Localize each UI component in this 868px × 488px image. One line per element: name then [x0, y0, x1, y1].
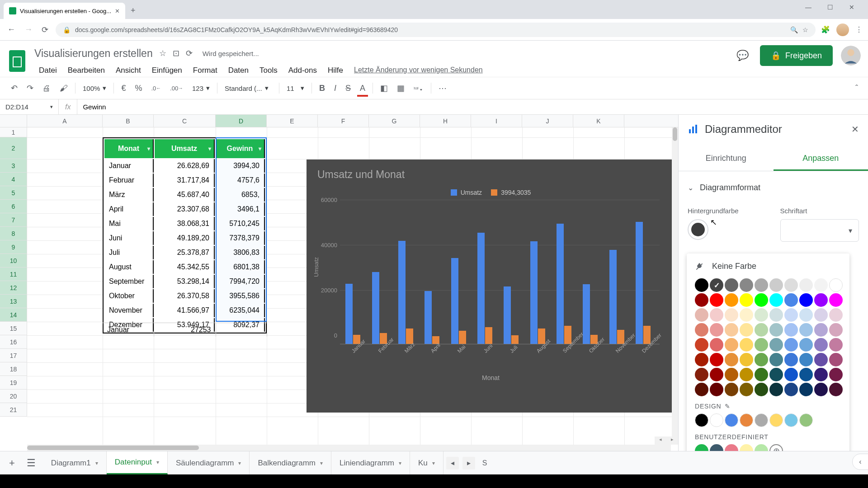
color-swatch[interactable]	[725, 293, 738, 307]
color-swatch[interactable]	[799, 278, 813, 292]
undo-icon[interactable]: ↶	[7, 80, 21, 96]
row-header[interactable]: 19	[0, 376, 27, 389]
menu-ansicht[interactable]: Ansicht	[111, 64, 146, 77]
section-chart-format[interactable]: ⌄ Diagrammformat	[688, 179, 859, 196]
maximize-icon[interactable]: ☐	[821, 2, 839, 13]
all-sheets-button[interactable]: ☰	[22, 454, 40, 473]
color-swatch[interactable]	[695, 444, 708, 451]
italic-button[interactable]: I	[330, 81, 340, 96]
account-avatar[interactable]	[841, 46, 861, 66]
color-swatch[interactable]	[710, 308, 723, 322]
zoom-icon[interactable]: 🔍	[790, 26, 798, 33]
add-custom-color-button[interactable]: ⊕	[769, 444, 783, 451]
color-swatch[interactable]	[755, 383, 768, 396]
column-header[interactable]: C	[154, 115, 216, 127]
color-swatch[interactable]	[829, 338, 843, 352]
column-header[interactable]: H	[420, 115, 471, 127]
redo-icon[interactable]: ↷	[23, 80, 37, 96]
color-swatch[interactable]	[769, 293, 783, 307]
sheet-scroll-left-icon[interactable]: ◂	[446, 457, 459, 469]
color-swatch[interactable]	[740, 323, 753, 337]
bg-color-swatch[interactable]: ↖	[688, 219, 708, 240]
currency-format-button[interactable]: €	[118, 81, 129, 96]
doc-title[interactable]: Visualisierungen erstellen	[34, 47, 153, 60]
color-swatch[interactable]	[755, 368, 768, 381]
column-header[interactable]: E	[267, 115, 318, 127]
vertical-scrollbar[interactable]	[672, 127, 678, 445]
color-swatch[interactable]	[695, 308, 708, 322]
color-swatch[interactable]	[710, 323, 723, 337]
color-swatch[interactable]	[755, 353, 768, 366]
bold-button[interactable]: B	[316, 81, 329, 96]
formula-input[interactable]: Gewinn	[77, 103, 111, 111]
color-swatch[interactable]	[784, 293, 798, 307]
color-swatch[interactable]	[769, 308, 783, 322]
column-header[interactable]: B	[103, 115, 154, 127]
color-swatch[interactable]	[799, 353, 813, 366]
color-swatch[interactable]	[740, 383, 753, 396]
row-header[interactable]: 13	[0, 295, 27, 308]
increase-decimal-button[interactable]: .00→	[166, 82, 187, 94]
color-swatch[interactable]	[725, 368, 738, 381]
color-swatch[interactable]	[695, 383, 708, 396]
last-edit-link[interactable]: Letzte Änderung vor wenigen Sekunden	[349, 64, 487, 77]
color-swatch[interactable]	[725, 338, 738, 352]
color-swatch[interactable]	[710, 338, 723, 352]
close-editor-icon[interactable]: ✕	[851, 124, 859, 135]
color-swatch[interactable]	[725, 278, 738, 292]
color-swatch[interactable]	[799, 308, 813, 322]
color-swatch[interactable]	[829, 323, 843, 337]
color-swatch[interactable]	[829, 353, 843, 366]
color-swatch[interactable]	[725, 353, 738, 366]
column-header[interactable]: K	[573, 115, 624, 127]
sheet-tab[interactable]: Dateninput▾	[107, 451, 168, 474]
color-swatch[interactable]	[784, 323, 798, 337]
side-panel-toggle-icon[interactable]: ‹	[852, 454, 868, 470]
add-sheet-button[interactable]: +	[5, 454, 19, 473]
extensions-icon[interactable]: 🧩	[821, 25, 830, 34]
color-swatch[interactable]	[710, 353, 723, 366]
column-header[interactable]: I	[471, 115, 522, 127]
scroll-right-icon[interactable]: ▸	[666, 436, 678, 445]
color-swatch[interactable]	[695, 368, 708, 381]
menu-einfügen[interactable]: Einfügen	[147, 64, 187, 77]
color-swatch[interactable]	[710, 413, 723, 427]
color-swatch[interactable]	[799, 293, 813, 307]
color-swatch[interactable]	[799, 338, 813, 352]
color-swatch[interactable]	[784, 353, 798, 366]
row-header[interactable]: 1	[0, 127, 27, 137]
color-swatch[interactable]	[784, 383, 798, 396]
sheet-tab[interactable]: Balkendiagramm▾	[250, 451, 331, 474]
color-swatch[interactable]	[695, 353, 708, 366]
menu-tools[interactable]: Tools	[255, 64, 282, 77]
color-swatch[interactable]	[769, 278, 783, 292]
chart[interactable]: Umsatz und Monat Umsatz3994,3035 Umsatz …	[307, 160, 675, 413]
star-icon[interactable]: ☆	[802, 26, 808, 33]
no-color-option[interactable]: Keine Farbe	[695, 262, 841, 271]
row-header[interactable]: 2	[0, 137, 27, 159]
column-header[interactable]: A	[27, 115, 103, 127]
color-swatch[interactable]	[710, 444, 723, 451]
row-header[interactable]: 9	[0, 240, 27, 254]
column-header[interactable]: G	[369, 115, 420, 127]
color-swatch[interactable]	[799, 413, 813, 427]
new-tab-button[interactable]: +	[125, 2, 141, 19]
color-swatch[interactable]	[695, 338, 708, 352]
color-swatch[interactable]	[710, 293, 723, 307]
close-window-icon[interactable]: ✕	[843, 2, 861, 13]
row-header[interactable]: 11	[0, 267, 27, 281]
color-swatch[interactable]	[695, 323, 708, 337]
url-field[interactable]: 🔒 docs.google.com/spreadsheets/d/16sZAG8…	[56, 23, 816, 37]
row-header[interactable]: 17	[0, 349, 27, 362]
color-swatch[interactable]	[814, 383, 828, 396]
color-swatch[interactable]	[740, 353, 753, 366]
color-swatch[interactable]	[755, 323, 768, 337]
profile-avatar-icon[interactable]	[836, 23, 849, 36]
color-swatch[interactable]	[755, 413, 768, 427]
share-button[interactable]: 🔒 Freigeben	[760, 45, 833, 66]
color-swatch[interactable]	[725, 308, 738, 322]
row-header[interactable]: 18	[0, 362, 27, 376]
color-swatch[interactable]	[725, 413, 738, 427]
color-swatch[interactable]	[814, 308, 828, 322]
sheet-scroll-right-icon[interactable]: ▸	[462, 457, 475, 469]
